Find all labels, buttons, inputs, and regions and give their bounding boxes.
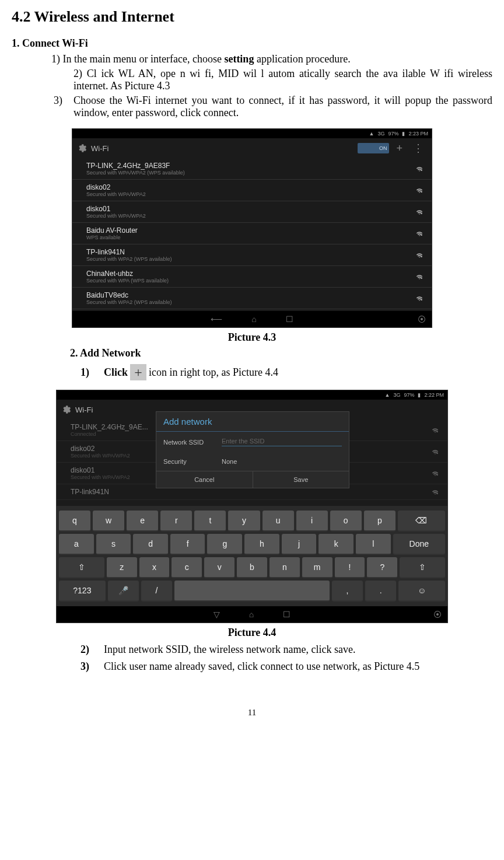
key-x[interactable]: x xyxy=(139,557,170,578)
keyboard-hide-icon[interactable]: ▽ xyxy=(214,610,220,619)
add2-text: Input network SSID, the wireless network… xyxy=(104,644,355,656)
signal-label: 3G xyxy=(393,392,400,398)
sym-key[interactable]: ?123 xyxy=(59,581,106,602)
key-h[interactable]: h xyxy=(244,534,279,555)
key-g[interactable]: g xyxy=(207,534,242,555)
add1-post: icon in right top, as Picture 4.4 xyxy=(149,366,278,379)
key-z[interactable]: z xyxy=(107,557,137,578)
mic-key[interactable]: 🎤 xyxy=(108,581,139,602)
status-bar: ▲ 3G 97% ▮ 2:22 PM xyxy=(57,390,447,400)
key-v[interactable]: v xyxy=(204,557,235,578)
caption-4-4: Picture 4.4 xyxy=(12,627,492,639)
slash-key[interactable]: / xyxy=(141,581,172,602)
svg-rect-10 xyxy=(436,452,438,454)
key-p[interactable]: p xyxy=(364,511,396,532)
wifi-signal-icon xyxy=(415,186,424,194)
wifi-signal-icon xyxy=(415,229,424,237)
home-icon[interactable]: ⌂ xyxy=(251,314,256,324)
svg-rect-2 xyxy=(421,191,422,193)
svg-rect-6 xyxy=(421,277,422,279)
backspace-key[interactable]: ⌫ xyxy=(398,511,445,532)
keyboard: qwertyuiop⌫ asdfghjklDone ⇧zxcvbnm!?⇧ ?1… xyxy=(57,506,447,606)
battery-icon: ▮ xyxy=(418,392,421,398)
step1-bold: setting xyxy=(224,53,254,65)
key-y[interactable]: y xyxy=(228,511,260,532)
comma-key[interactable]: , xyxy=(332,581,363,602)
network-item[interactable]: TP-LINK_2.4GHz_9AE83FSecured with WPA/WP… xyxy=(72,158,432,180)
add-step-1: 1) Click + icon in right top, as Picture… xyxy=(80,364,492,380)
key-q[interactable]: q xyxy=(59,511,90,532)
key-u[interactable]: u xyxy=(262,511,294,532)
security-dropdown[interactable]: None xyxy=(222,458,237,465)
screenshot-icon[interactable]: ⦿ xyxy=(418,314,426,324)
shift-key-right[interactable]: ⇧ xyxy=(400,557,445,578)
key-l[interactable]: l xyxy=(356,534,391,555)
network-item[interactable]: disko01Secured with WPA/WPA2 xyxy=(72,201,432,223)
wifi-signal-icon xyxy=(415,272,424,281)
status-bar: ▲ 3G 97% ▮ 2:23 PM xyxy=(72,129,432,138)
add-step-2: 2) Input network SSID, the wireless netw… xyxy=(80,644,492,656)
wifi-toggle[interactable]: ON xyxy=(358,143,389,153)
key-w[interactable]: w xyxy=(93,511,124,532)
nav-bar: ▽ ⌂ ☐ ⦿ xyxy=(57,606,447,623)
recent-icon[interactable]: ☐ xyxy=(286,314,293,324)
section-heading: 4.2 Wireless and Internet xyxy=(12,8,492,26)
done-key[interactable]: Done xyxy=(393,534,445,555)
period-key[interactable]: . xyxy=(365,581,396,602)
home-icon[interactable]: ⌂ xyxy=(249,610,254,619)
status-time: 2:22 PM xyxy=(424,392,444,398)
battery-icon: ▮ xyxy=(402,131,405,137)
ssid-label: Network SSID xyxy=(163,439,222,446)
network-item[interactable]: ChinaNet-uhbzSecured with WPA (WPS avail… xyxy=(72,266,432,288)
ssid-input[interactable]: Enter the SSID xyxy=(222,438,342,446)
key-f[interactable]: f xyxy=(170,534,205,555)
back-icon[interactable]: ⟵ xyxy=(211,314,222,324)
key-j[interactable]: j xyxy=(282,534,317,555)
key-o[interactable]: o xyxy=(330,511,362,532)
battery-pct: 97% xyxy=(388,131,398,137)
screenshot-icon[interactable]: ⦿ xyxy=(433,610,442,619)
key-i[interactable]: i xyxy=(296,511,328,532)
recent-icon[interactable]: ☐ xyxy=(283,610,290,619)
add1-click: Click xyxy=(104,366,128,379)
page-number: 11 xyxy=(12,708,492,718)
key-r[interactable]: r xyxy=(160,511,192,532)
add3-text: Click user name already saved, click con… xyxy=(104,660,419,673)
key-d[interactable]: d xyxy=(133,534,168,555)
step1-post: application procedure. xyxy=(254,53,350,65)
key-t[interactable]: t xyxy=(194,511,226,532)
network-item[interactable]: disko02Secured with WPA/WPA2 xyxy=(72,180,432,201)
menu-icon[interactable]: ⋮ xyxy=(410,142,427,155)
key-k[interactable]: k xyxy=(318,534,354,555)
network-item[interactable]: BaiduTV8edcSecured with WPA2 (WPS availa… xyxy=(72,288,432,309)
key-b[interactable]: b xyxy=(237,557,267,578)
svg-rect-3 xyxy=(421,212,422,214)
key-s[interactable]: s xyxy=(96,534,131,555)
connect-wifi-heading: 1. Connect Wi-Fi xyxy=(12,37,492,50)
key-c[interactable]: c xyxy=(172,557,202,578)
add-network-icon[interactable]: + xyxy=(393,142,406,155)
step3-text: Choose the Wi-Fi internet you want to co… xyxy=(74,95,492,119)
title-text: Wi-Fi xyxy=(91,144,108,153)
key-m[interactable]: m xyxy=(302,557,332,578)
signal-icon: ▲ xyxy=(369,131,374,137)
save-button[interactable]: Save xyxy=(253,471,349,488)
key-e[interactable]: e xyxy=(127,511,158,532)
emoji-key[interactable]: ☺ xyxy=(398,581,445,602)
svg-rect-12 xyxy=(436,492,438,494)
cancel-button[interactable]: Cancel xyxy=(156,471,253,488)
network-list: TP-LINK_2.4GHz_9AE83FSecured with WPA/WP… xyxy=(72,158,432,309)
key-a[interactable]: a xyxy=(59,534,94,555)
space-key[interactable] xyxy=(174,581,330,602)
title-text: Wi-Fi xyxy=(75,405,93,414)
battery-pct: 97% xyxy=(404,392,414,398)
network-item[interactable]: Baidu AV-RouterWPS available xyxy=(72,223,432,244)
network-item[interactable]: TP-link941NSecured with WPA2 (WPS availa… xyxy=(72,244,432,266)
wifi-signal-icon xyxy=(431,448,439,456)
step3-num: 3) xyxy=(54,95,74,119)
key-n[interactable]: n xyxy=(270,557,300,578)
key-![interactable]: ! xyxy=(335,557,365,578)
svg-rect-7 xyxy=(421,299,422,300)
key-?[interactable]: ? xyxy=(367,557,397,578)
shift-key[interactable]: ⇧ xyxy=(59,557,104,578)
